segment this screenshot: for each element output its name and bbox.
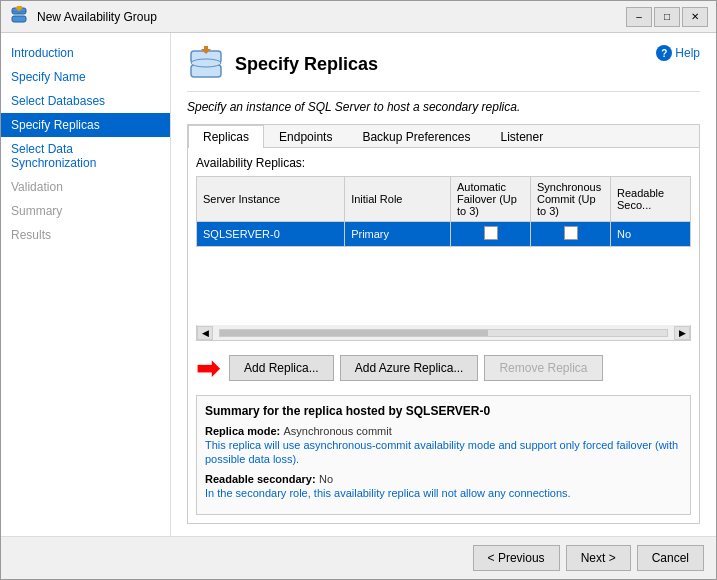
sidebar-item-specify-replicas[interactable]: Specify Replicas (1, 113, 170, 137)
maximize-button[interactable]: □ (654, 7, 680, 27)
help-icon: ? (656, 45, 672, 61)
scroll-right-btn[interactable]: ▶ (674, 326, 690, 340)
col-sync-commit: Synchronous Commit (Up to 3) (531, 177, 611, 222)
action-buttons: Add Replica... Add Azure Replica... Remo… (229, 355, 603, 381)
add-azure-replica-button[interactable]: Add Azure Replica... (340, 355, 479, 381)
sidebar-item-validation: Validation (1, 175, 170, 199)
summary-readable-secondary: Readable secondary: No In the secondary … (205, 472, 682, 500)
arrow-indicator: ➡ (196, 352, 219, 385)
summary-title: Summary for the replica hosted by SQLSER… (205, 404, 682, 418)
window-icon (9, 5, 29, 28)
table-row[interactable]: SQLSERVER-0 Primary No (197, 222, 691, 247)
table-wrapper[interactable]: Server Instance Initial Role Automatic F… (196, 176, 691, 325)
checkbox-auto-failover[interactable] (484, 226, 498, 240)
help-link[interactable]: ? Help (656, 45, 700, 61)
window-title: New Availability Group (37, 10, 618, 24)
summary-box: Summary for the replica hosted by SQLSER… (196, 395, 691, 515)
main-content: Introduction Specify Name Select Databas… (1, 33, 716, 536)
window: New Availability Group – □ ✕ Introductio… (0, 0, 717, 580)
sidebar-item-specify-name[interactable]: Specify Name (1, 65, 170, 89)
tab-endpoints[interactable]: Endpoints (264, 125, 347, 148)
titlebar-controls: – □ ✕ (626, 7, 708, 27)
content-area: Specify Replicas ? Help Specify an insta… (171, 33, 716, 536)
minimize-button[interactable]: – (626, 7, 652, 27)
previous-button[interactable]: < Previous (473, 545, 560, 571)
sidebar-item-select-data-sync[interactable]: Select Data Synchronization (1, 137, 170, 175)
tab-backup-preferences[interactable]: Backup Preferences (347, 125, 485, 148)
remove-replica-button[interactable]: Remove Replica (484, 355, 602, 381)
horizontal-scrollbar[interactable]: ◀ ▶ (196, 325, 691, 341)
readable-secondary-detail: In the secondary role, this availability… (205, 487, 571, 499)
page-icon (187, 45, 225, 83)
action-area: ➡ Add Replica... Add Azure Replica... Re… (196, 347, 691, 389)
tab-bar: Replicas Endpoints Backup Preferences Li… (188, 125, 699, 148)
sidebar-item-select-databases[interactable]: Select Databases (1, 89, 170, 113)
scrollbar-thumb[interactable] (220, 330, 488, 336)
svg-point-4 (191, 59, 221, 67)
replica-mode-value: Asynchronous commit (284, 425, 392, 437)
tabs-container: Replicas Endpoints Backup Preferences Li… (187, 124, 700, 524)
tab-listener[interactable]: Listener (485, 125, 558, 148)
add-replica-button[interactable]: Add Replica... (229, 355, 334, 381)
col-initial-role: Initial Role (345, 177, 451, 222)
svg-rect-1 (12, 16, 26, 22)
sidebar: Introduction Specify Name Select Databas… (1, 33, 171, 536)
readable-secondary-value: No (319, 473, 333, 485)
sidebar-item-summary: Summary (1, 199, 170, 223)
footer: < Previous Next > Cancel (1, 536, 716, 579)
page-description: Specify an instance of SQL Server to hos… (187, 100, 700, 114)
readable-secondary-label: Readable secondary: (205, 473, 316, 485)
col-server-instance: Server Instance (197, 177, 345, 222)
col-readable-secondary: Readable Seco... (611, 177, 691, 222)
titlebar: New Availability Group – □ ✕ (1, 1, 716, 33)
sidebar-item-introduction[interactable]: Introduction (1, 41, 170, 65)
tab-replicas[interactable]: Replicas (188, 125, 264, 148)
cell-server-instance: SQLSERVER-0 (197, 222, 345, 247)
col-auto-failover: Automatic Failover (Up to 3) (451, 177, 531, 222)
cell-initial-role: Primary (345, 222, 451, 247)
cancel-button[interactable]: Cancel (637, 545, 704, 571)
scroll-left-btn[interactable]: ◀ (197, 326, 213, 340)
next-button[interactable]: Next > (566, 545, 631, 571)
cell-auto-failover[interactable] (451, 222, 531, 247)
page-title: Specify Replicas (235, 54, 378, 75)
sidebar-item-results: Results (1, 223, 170, 247)
checkbox-sync-commit[interactable] (564, 226, 578, 240)
replicas-table: Server Instance Initial Role Automatic F… (196, 176, 691, 247)
cell-readable-secondary: No (611, 222, 691, 247)
section-label: Availability Replicas: (196, 156, 691, 170)
replica-mode-detail: This replica will use asynchronous-commi… (205, 439, 678, 465)
close-button[interactable]: ✕ (682, 7, 708, 27)
scrollbar-track[interactable] (219, 329, 668, 337)
replica-mode-label: Replica mode: (205, 425, 280, 437)
cell-sync-commit[interactable] (531, 222, 611, 247)
tab-content-replicas: Availability Replicas: Server Instance I… (188, 148, 699, 523)
summary-replica-mode: Replica mode: Asynchronous commit This r… (205, 424, 682, 466)
